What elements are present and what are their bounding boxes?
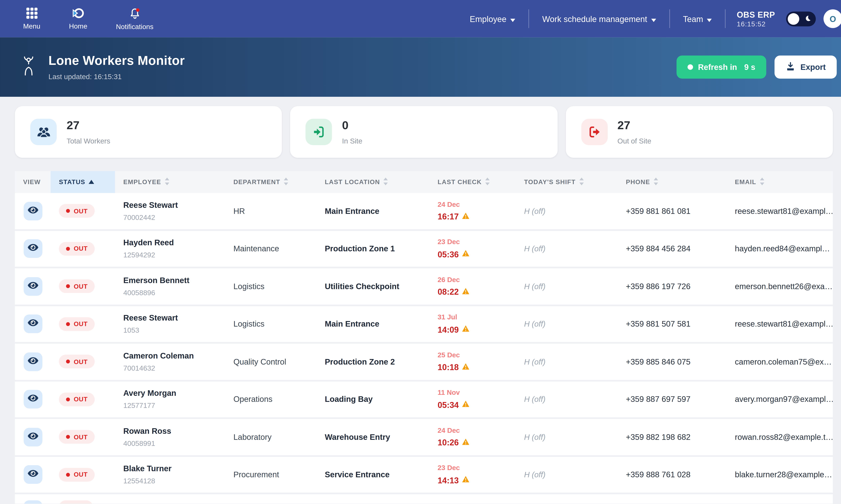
- table-row: OUT Rowan Ross 40058991 Laboratory Wareh…: [15, 419, 833, 457]
- nav-dropdown-work-schedule[interactable]: Work schedule management: [529, 14, 669, 23]
- sort-icon: [653, 178, 658, 186]
- status-text: OUT: [74, 321, 88, 327]
- nav-notifications-button[interactable]: Notifications: [102, 6, 168, 31]
- warning-icon: [462, 437, 470, 447]
- email-address: hayden.reed84@exampl…: [727, 244, 834, 253]
- column-header-last-location[interactable]: LAST LOCATION: [316, 171, 429, 193]
- employee-id: 12594292: [123, 251, 225, 259]
- chevron-down-icon: [510, 14, 515, 23]
- eye-icon: [27, 317, 39, 331]
- nav-menu-button[interactable]: Menu: [9, 7, 55, 30]
- warning-icon: [462, 325, 470, 335]
- todays-shift: H (off): [516, 206, 618, 215]
- eye-icon: [27, 392, 39, 407]
- department: Maintenance: [225, 244, 316, 253]
- last-location: Warehouse Entry: [316, 433, 429, 441]
- export-label: Export: [801, 63, 826, 71]
- top-nav-bar: Menu Home N: [0, 0, 841, 37]
- status-dot-icon: [66, 360, 70, 363]
- status-badge: OUT: [59, 280, 95, 293]
- column-header-status[interactable]: STATUS: [51, 171, 115, 193]
- phone-number: +359 886 197 726: [618, 282, 727, 291]
- phone-number: +359 881 507 581: [618, 320, 727, 328]
- status-text: OUT: [74, 396, 88, 402]
- nav-dropdown-employee-label: Employee: [470, 14, 507, 23]
- nav-dropdown-work-schedule-label: Work schedule management: [542, 14, 647, 23]
- chevron-down-icon: [651, 14, 656, 23]
- employee-name: Blake Turner: [123, 464, 225, 473]
- dark-mode-toggle[interactable]: [786, 11, 816, 26]
- column-header-todays-shift[interactable]: TODAY'S SHIFT: [516, 171, 618, 193]
- last-location: Main Entrance: [316, 206, 429, 215]
- last-check-time: 16:17: [437, 212, 459, 221]
- live-dot-icon: [688, 64, 693, 70]
- email-address: reese.stewart81@exampl…: [727, 206, 834, 215]
- stat-label: Total Workers: [67, 137, 110, 145]
- employee-name: Reese Stewart: [123, 201, 225, 209]
- bell-notification-icon: [128, 6, 141, 22]
- employee-name: Reese Stewart: [123, 313, 225, 322]
- eye-icon: [27, 355, 39, 369]
- nav-right-cluster: Employee Work schedule management Team O…: [457, 0, 841, 37]
- department: Logistics: [225, 320, 316, 328]
- phone-number: +359 885 846 075: [618, 357, 727, 366]
- employee-id: 12554128: [123, 477, 225, 485]
- column-header-phone[interactable]: PHONE: [618, 171, 727, 193]
- last-updated-text: Last updated: 16:15:31: [49, 73, 185, 81]
- email-address: rowan.ross82@example.t…: [727, 433, 834, 441]
- view-button[interactable]: [23, 500, 42, 504]
- last-location: Loading Bay: [316, 395, 429, 404]
- status-badge: OUT: [59, 355, 95, 368]
- view-button[interactable]: [23, 352, 42, 371]
- view-button[interactable]: [23, 202, 42, 220]
- last-check-time: 10:18: [437, 362, 459, 372]
- logout-icon: [581, 119, 607, 145]
- status-text: OUT: [74, 208, 88, 214]
- table-row: OUT Hayden Reed 12594292 Maintenance Pro…: [15, 231, 833, 268]
- eye-icon: [27, 241, 39, 256]
- view-button[interactable]: [23, 428, 42, 446]
- nav-home-button[interactable]: Home: [55, 7, 102, 30]
- nav-dropdown-employee[interactable]: Employee: [457, 14, 529, 23]
- employee-name: Cameron Coleman: [123, 351, 225, 360]
- todays-shift: H (off): [516, 395, 618, 404]
- phone-number: +359 882 198 682: [618, 433, 727, 441]
- nav-dropdown-team-label: Team: [683, 14, 703, 23]
- nav-clock: 16:15:52: [737, 20, 775, 28]
- nav-dropdown-team[interactable]: Team: [670, 14, 725, 23]
- column-header-last-check[interactable]: LAST CHECK: [429, 171, 516, 193]
- view-button[interactable]: [23, 239, 42, 258]
- todays-shift: H (off): [516, 282, 618, 291]
- table-row-partial: [15, 494, 833, 504]
- last-check-time: 10:26: [437, 438, 459, 447]
- department: Laboratory: [225, 433, 316, 441]
- last-check-date: 25 Dec: [437, 351, 516, 359]
- email-address: avery.morgan97@exampl…: [727, 395, 834, 404]
- view-button[interactable]: [23, 465, 42, 484]
- last-check-time: 05:34: [437, 400, 459, 410]
- view-button[interactable]: [23, 390, 42, 409]
- column-header-department[interactable]: DEPARTMENT: [225, 171, 316, 193]
- column-header-email[interactable]: EMAIL: [727, 171, 834, 193]
- employee-name: Rowan Ross: [123, 427, 225, 435]
- chevron-down-icon: [707, 14, 712, 23]
- view-button[interactable]: [23, 277, 42, 296]
- table-row: OUT Cameron Coleman 70014632 Quality Con…: [15, 344, 833, 381]
- stat-card-out-of-site: 27 Out of Site: [566, 106, 833, 158]
- last-check-date: 24 Dec: [437, 201, 516, 208]
- export-button[interactable]: Export: [775, 56, 837, 79]
- user-avatar[interactable]: O: [824, 10, 841, 28]
- sort-icon: [165, 178, 169, 186]
- nav-menu-label: Menu: [23, 22, 40, 30]
- warning-icon: [462, 287, 470, 297]
- last-check-date: 11 Nov: [437, 389, 516, 397]
- refresh-countdown-button[interactable]: Refresh in 9 s: [676, 56, 766, 79]
- status-dot-icon: [66, 397, 70, 401]
- view-button[interactable]: [23, 315, 42, 333]
- department: Operations: [225, 395, 316, 404]
- sort-icon: [383, 178, 388, 186]
- column-header-employee[interactable]: EMPLOYEE: [115, 171, 225, 193]
- todays-shift: H (off): [516, 357, 618, 366]
- last-location: Service Entrance: [316, 470, 429, 479]
- people-icon: [30, 119, 57, 145]
